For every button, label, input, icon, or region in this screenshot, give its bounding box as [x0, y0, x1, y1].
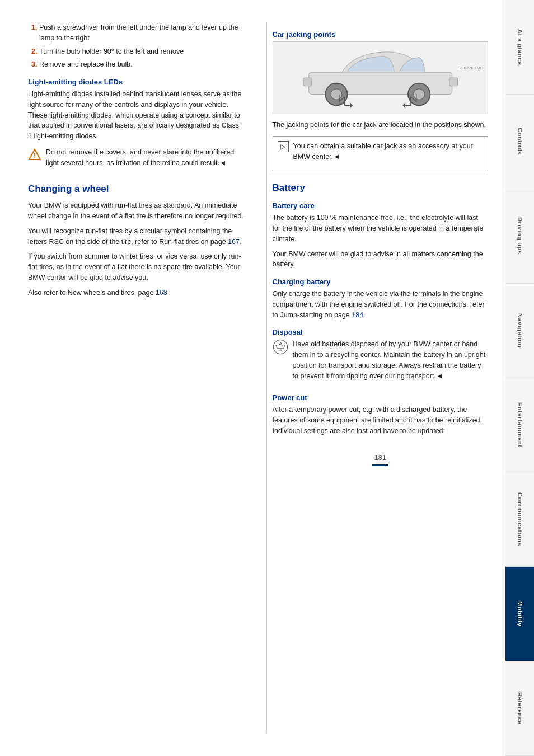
- link-184[interactable]: 184: [352, 311, 363, 319]
- led-title: Light-emitting diodes LEDs: [28, 78, 244, 86]
- page-divider: [372, 464, 388, 466]
- step-1: Push a screwdriver from the left under t…: [39, 22, 244, 44]
- led-section: Light-emitting diodes LEDs Light-emittin…: [28, 78, 244, 172]
- battery-care-p1: The battery is 100 % maintenance-free, i…: [273, 213, 489, 244]
- disposal-section: Disposal ♻ Have old batteries disposed o…: [273, 328, 489, 386]
- step-2: Turn the bulb holder 90° to the left and…: [39, 46, 244, 57]
- car-jacking-section: Car jacking points: [273, 30, 489, 171]
- disposal-text: Have old batteries disposed of by your B…: [293, 339, 489, 381]
- led-body: Light-emitting diodes installed behind t…: [28, 89, 244, 142]
- warning-text: Do not remove the covers, and never star…: [46, 147, 244, 168]
- battery-care: Battery care The battery is 100 % mainte…: [273, 201, 489, 270]
- svg-point-4: [331, 89, 342, 100]
- changing-wheel-title: Changing a wheel: [28, 184, 244, 195]
- car-jacking-note: ▷ You can obtain a suitable car jack as …: [273, 136, 489, 172]
- sidebar-tab-navigation[interactable]: Navigation: [505, 284, 534, 378]
- sidebar-tab-at-a-glance[interactable]: At a glance: [505, 0, 534, 95]
- right-column: Car jacking points: [266, 22, 489, 734]
- svg-marker-9: [350, 102, 353, 108]
- disposal-row: ♻ Have old batteries disposed of by your…: [273, 339, 489, 386]
- step-3: Remove and replace the bulb.: [39, 59, 244, 70]
- battery-care-title: Battery care: [273, 201, 489, 210]
- power-cut-section: Power cut After a temporary power cut, e…: [273, 393, 489, 436]
- left-column: Push a screwdriver from the left under t…: [28, 22, 250, 734]
- warning-icon: !: [28, 148, 41, 162]
- svg-text:♻: ♻: [279, 350, 282, 353]
- svg-rect-7: [303, 78, 311, 86]
- sidebar-tab-communications[interactable]: Communications: [505, 472, 534, 567]
- car-jacking-desc: The jacking points for the car jack are …: [273, 120, 489, 130]
- charging-battery-text: Only charge the battery in the vehicle v…: [273, 289, 489, 320]
- link-168[interactable]: 168: [156, 289, 167, 297]
- disposal-title: Disposal: [273, 328, 489, 336]
- charging-battery: Charging battery Only charge the battery…: [273, 278, 489, 320]
- svg-text:SC022E3ME: SC022E3ME: [457, 65, 483, 71]
- recycle-icon: ♻: [273, 339, 288, 355]
- sidebar-tab-entertainment[interactable]: Entertainment: [505, 378, 534, 473]
- changing-wheel-p2: You will recognize run-flat tires by a c…: [28, 226, 244, 247]
- changing-wheel-p3: If you switch from summer to winter tire…: [28, 251, 244, 283]
- svg-point-6: [413, 89, 424, 100]
- svg-rect-8: [449, 78, 457, 86]
- car-jacking-note-text: You can obtain a suitable car jack as an…: [293, 141, 484, 162]
- car-jacking-image: SC022E3ME: [273, 41, 489, 114]
- sidebar-tab-reference[interactable]: Reference: [505, 661, 534, 756]
- changing-wheel-p1: Your BMW is equipped with run-flat tires…: [28, 200, 244, 222]
- power-cut-text: After a temporary power cut, e.g. with a…: [273, 405, 489, 436]
- sidebar: At a glance Controls Driving tips Naviga…: [505, 0, 534, 756]
- main-content: Push a screwdriver from the left under t…: [0, 0, 505, 756]
- link-167[interactable]: 167: [228, 238, 240, 246]
- note-play-icon: ▷: [278, 141, 289, 152]
- sidebar-tab-mobility[interactable]: Mobility: [505, 567, 534, 661]
- car-jacking-title: Car jacking points: [273, 30, 489, 39]
- battery-title: Battery: [273, 182, 489, 194]
- changing-wheel-p4: Also refer to New wheels and tires, page…: [28, 288, 244, 298]
- page-number: 181: [273, 453, 489, 466]
- battery-care-p2: Your BMW center will be glad to advise i…: [273, 249, 489, 270]
- charging-battery-title: Charging battery: [273, 278, 489, 286]
- warning-box: ! Do not remove the covers, and never st…: [28, 147, 244, 173]
- power-cut-title: Power cut: [273, 393, 489, 402]
- numbered-steps: Push a screwdriver from the left under t…: [39, 22, 244, 70]
- sidebar-tab-driving-tips[interactable]: Driving tips: [505, 189, 534, 284]
- battery-section: Battery Battery care The battery is 100 …: [273, 182, 489, 436]
- svg-text:!: !: [34, 152, 36, 159]
- sidebar-tab-controls[interactable]: Controls: [505, 95, 534, 189]
- svg-marker-10: [402, 102, 405, 108]
- changing-wheel-section: Changing a wheel Your BMW is equipped wi…: [28, 184, 244, 298]
